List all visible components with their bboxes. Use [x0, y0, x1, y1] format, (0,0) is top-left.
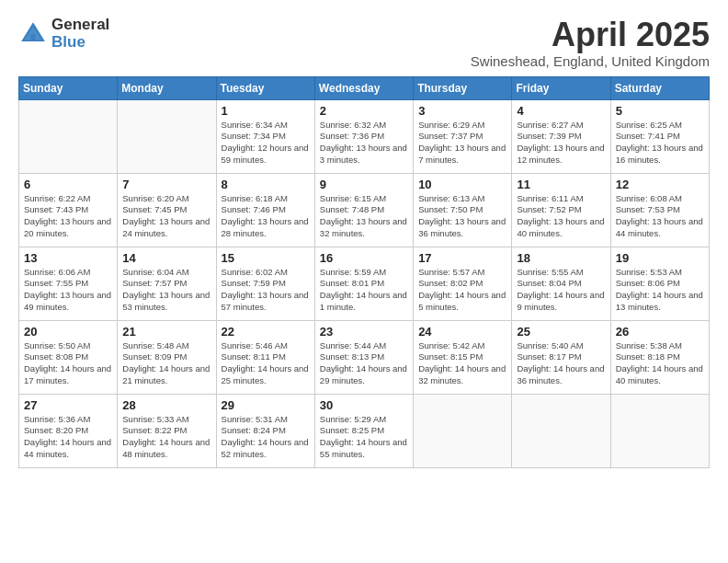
day-info: Sunrise: 6:11 AMSunset: 7:52 PMDaylight:… — [517, 193, 605, 240]
calendar-cell: 3Sunrise: 6:29 AMSunset: 7:37 PMDaylight… — [414, 99, 512, 173]
day-info: Sunrise: 6:32 AMSunset: 7:36 PMDaylight:… — [320, 120, 408, 167]
calendar-day-header: Tuesday — [216, 76, 314, 99]
calendar-cell: 6Sunrise: 6:22 AMSunset: 7:43 PMDaylight… — [19, 173, 118, 247]
calendar-day-header: Saturday — [610, 76, 709, 99]
day-number: 8 — [222, 178, 310, 191]
calendar-cell: 14Sunrise: 6:04 AMSunset: 7:57 PMDayligh… — [118, 247, 216, 320]
calendar-week-row: 27Sunrise: 5:36 AMSunset: 8:20 PMDayligh… — [19, 394, 710, 467]
day-number: 28 — [122, 398, 210, 412]
logo: General Blue — [18, 17, 109, 51]
logo-text: General Blue — [51, 17, 109, 51]
day-info: Sunrise: 5:42 AMSunset: 8:15 PMDaylight:… — [418, 340, 506, 387]
day-info: Sunrise: 6:22 AMSunset: 7:43 PMDaylight:… — [24, 193, 112, 240]
calendar-day-header: Friday — [512, 76, 610, 99]
calendar-cell: 18Sunrise: 5:55 AMSunset: 8:04 PMDayligh… — [512, 247, 610, 320]
calendar-cell: 16Sunrise: 5:59 AMSunset: 8:01 PMDayligh… — [314, 247, 413, 320]
day-info: Sunrise: 6:08 AMSunset: 7:53 PMDaylight:… — [616, 193, 704, 240]
calendar-cell: 23Sunrise: 5:44 AMSunset: 8:13 PMDayligh… — [314, 320, 413, 394]
day-info: Sunrise: 6:04 AMSunset: 7:57 PMDaylight:… — [122, 267, 210, 314]
day-info: Sunrise: 6:06 AMSunset: 7:55 PMDaylight:… — [24, 267, 112, 314]
calendar-cell: 4Sunrise: 6:27 AMSunset: 7:39 PMDaylight… — [512, 99, 610, 173]
day-info: Sunrise: 6:29 AMSunset: 7:37 PMDaylight:… — [418, 120, 506, 167]
calendar-cell: 28Sunrise: 5:33 AMSunset: 8:22 PMDayligh… — [118, 394, 216, 467]
calendar-cell: 19Sunrise: 5:53 AMSunset: 8:06 PMDayligh… — [610, 247, 709, 320]
day-number: 3 — [418, 104, 506, 118]
title-block: April 2025 Swineshead, England, United K… — [471, 17, 710, 69]
calendar-cell: 21Sunrise: 5:48 AMSunset: 8:09 PMDayligh… — [118, 320, 216, 394]
calendar-week-row: 20Sunrise: 5:50 AMSunset: 8:08 PMDayligh… — [19, 320, 710, 394]
calendar-day-header: Thursday — [414, 76, 512, 99]
calendar-week-row: 1Sunrise: 6:34 AMSunset: 7:34 PMDaylight… — [19, 99, 710, 173]
day-number: 29 — [222, 398, 310, 412]
calendar-cell — [118, 99, 216, 173]
calendar-cell: 22Sunrise: 5:46 AMSunset: 8:11 PMDayligh… — [216, 320, 314, 394]
day-info: Sunrise: 6:15 AMSunset: 7:48 PMDaylight:… — [320, 193, 408, 240]
calendar-cell — [414, 394, 512, 467]
day-info: Sunrise: 6:13 AMSunset: 7:50 PMDaylight:… — [418, 193, 506, 240]
day-number: 30 — [320, 398, 408, 412]
day-number: 4 — [517, 104, 605, 118]
calendar-cell: 11Sunrise: 6:11 AMSunset: 7:52 PMDayligh… — [512, 173, 610, 247]
day-number: 24 — [418, 325, 506, 339]
day-number: 19 — [616, 251, 704, 265]
calendar-cell — [19, 99, 118, 173]
day-info: Sunrise: 5:48 AMSunset: 8:09 PMDaylight:… — [122, 340, 210, 387]
day-number: 23 — [320, 325, 408, 339]
day-info: Sunrise: 5:33 AMSunset: 8:22 PMDaylight:… — [122, 414, 210, 461]
day-number: 20 — [24, 325, 112, 339]
day-info: Sunrise: 5:44 AMSunset: 8:13 PMDaylight:… — [320, 340, 408, 387]
calendar-cell: 2Sunrise: 6:32 AMSunset: 7:36 PMDaylight… — [314, 99, 413, 173]
day-number: 13 — [24, 251, 112, 265]
day-info: Sunrise: 6:25 AMSunset: 7:41 PMDaylight:… — [616, 120, 704, 167]
calendar-cell: 9Sunrise: 6:15 AMSunset: 7:48 PMDaylight… — [314, 173, 413, 247]
header: General Blue April 2025 Swineshead, Engl… — [18, 17, 710, 69]
day-info: Sunrise: 5:38 AMSunset: 8:18 PMDaylight:… — [616, 340, 704, 387]
calendar-cell: 30Sunrise: 5:29 AMSunset: 8:25 PMDayligh… — [314, 394, 413, 467]
calendar-cell — [512, 394, 610, 467]
calendar-cell: 27Sunrise: 5:36 AMSunset: 8:20 PMDayligh… — [19, 394, 118, 467]
day-info: Sunrise: 5:29 AMSunset: 8:25 PMDaylight:… — [320, 414, 408, 461]
calendar-cell: 7Sunrise: 6:20 AMSunset: 7:45 PMDaylight… — [118, 173, 216, 247]
calendar-day-header: Monday — [118, 76, 216, 99]
svg-rect-2 — [31, 34, 36, 41]
day-info: Sunrise: 5:36 AMSunset: 8:20 PMDaylight:… — [24, 414, 112, 461]
day-number: 17 — [418, 251, 506, 265]
day-number: 14 — [122, 251, 210, 265]
day-info: Sunrise: 5:57 AMSunset: 8:02 PMDaylight:… — [418, 267, 506, 314]
day-number: 27 — [24, 398, 112, 412]
calendar-cell: 13Sunrise: 6:06 AMSunset: 7:55 PMDayligh… — [19, 247, 118, 320]
calendar-cell: 12Sunrise: 6:08 AMSunset: 7:53 PMDayligh… — [610, 173, 709, 247]
day-info: Sunrise: 6:20 AMSunset: 7:45 PMDaylight:… — [122, 193, 210, 240]
day-number: 26 — [616, 325, 704, 339]
day-number: 21 — [122, 325, 210, 339]
calendar-week-row: 6Sunrise: 6:22 AMSunset: 7:43 PMDaylight… — [19, 173, 710, 247]
calendar-cell: 24Sunrise: 5:42 AMSunset: 8:15 PMDayligh… — [414, 320, 512, 394]
day-number: 22 — [222, 325, 310, 339]
day-info: Sunrise: 5:40 AMSunset: 8:17 PMDaylight:… — [517, 340, 605, 387]
day-info: Sunrise: 6:27 AMSunset: 7:39 PMDaylight:… — [517, 120, 605, 167]
day-number: 10 — [418, 178, 506, 191]
day-info: Sunrise: 6:34 AMSunset: 7:34 PMDaylight:… — [222, 120, 310, 167]
subtitle: Swineshead, England, United Kingdom — [471, 53, 710, 69]
calendar-cell — [610, 394, 709, 467]
calendar-table: SundayMondayTuesdayWednesdayThursdayFrid… — [18, 76, 710, 468]
logo-blue-text: Blue — [51, 34, 109, 52]
calendar-cell: 26Sunrise: 5:38 AMSunset: 8:18 PMDayligh… — [610, 320, 709, 394]
day-number: 18 — [517, 251, 605, 265]
calendar-cell: 5Sunrise: 6:25 AMSunset: 7:41 PMDaylight… — [610, 99, 709, 173]
day-info: Sunrise: 5:46 AMSunset: 8:11 PMDaylight:… — [222, 340, 310, 387]
calendar-cell: 15Sunrise: 6:02 AMSunset: 7:59 PMDayligh… — [216, 247, 314, 320]
calendar-cell: 1Sunrise: 6:34 AMSunset: 7:34 PMDaylight… — [216, 99, 314, 173]
calendar-week-row: 13Sunrise: 6:06 AMSunset: 7:55 PMDayligh… — [19, 247, 710, 320]
main-title: April 2025 — [471, 17, 710, 53]
calendar-cell: 29Sunrise: 5:31 AMSunset: 8:24 PMDayligh… — [216, 394, 314, 467]
day-info: Sunrise: 5:59 AMSunset: 8:01 PMDaylight:… — [320, 267, 408, 314]
page: General Blue April 2025 Swineshead, Engl… — [0, 0, 728, 563]
day-info: Sunrise: 5:55 AMSunset: 8:04 PMDaylight:… — [517, 267, 605, 314]
day-number: 5 — [616, 104, 704, 118]
calendar-day-header: Wednesday — [314, 76, 413, 99]
calendar-cell: 8Sunrise: 6:18 AMSunset: 7:46 PMDaylight… — [216, 173, 314, 247]
day-info: Sunrise: 5:53 AMSunset: 8:06 PMDaylight:… — [616, 267, 704, 314]
logo-general-text: General — [51, 17, 109, 34]
day-number: 15 — [222, 251, 310, 265]
